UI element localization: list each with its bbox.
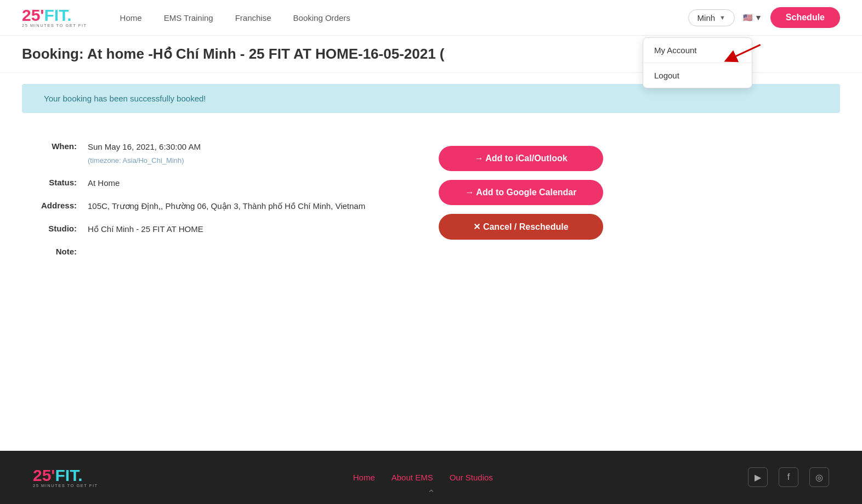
- status-label: Status:: [22, 177, 77, 190]
- nav-booking-orders[interactable]: Booking Orders: [293, 13, 350, 22]
- studio-label: Studio:: [22, 223, 77, 236]
- when-value: Sun May 16, 2021, 6:30:00 AM (timezone: …: [88, 140, 201, 167]
- dropdown-arrow: ▼: [719, 14, 725, 21]
- nav-home[interactable]: Home: [120, 13, 142, 22]
- studio-value: Hồ Chí Minh - 25 FIT AT HOME: [88, 223, 203, 236]
- user-dropdown[interactable]: Minh ▼: [688, 9, 735, 26]
- footer-nav-about-ems[interactable]: About EMS: [392, 473, 433, 482]
- footer-logo-fit: FIT.: [55, 466, 83, 484]
- scroll-up-chevron[interactable]: ⌃: [427, 488, 435, 500]
- facebook-icon[interactable]: f: [779, 467, 798, 487]
- note-label: Note:: [22, 246, 77, 256]
- add-to-ical-button[interactable]: → Add to iCal/Outlook: [439, 146, 603, 171]
- schedule-button[interactable]: Schedule: [770, 7, 840, 28]
- logo-number: 25': [22, 6, 44, 24]
- header: 25'FIT. 25 MINUTES TO GET FIT Home EMS T…: [0, 0, 862, 36]
- address-value: 105C, Trương Định,, Phường 06, Quận 3, T…: [88, 200, 365, 213]
- main-nav: Home EMS Training Franchise Booking Orde…: [120, 13, 688, 22]
- footer-nav-our-studios[interactable]: Our Studios: [450, 473, 493, 482]
- username: Minh: [697, 13, 716, 22]
- details-left: When: Sun May 16, 2021, 6:30:00 AM (time…: [22, 140, 406, 266]
- footer-logo[interactable]: 25'FIT. 25 MINUTES TO GET FIT: [33, 467, 98, 488]
- header-right: Minh ▼ 🇺🇸 ▼ Schedule My Account Logout: [688, 7, 840, 28]
- youtube-icon[interactable]: ▶: [748, 467, 768, 487]
- status-value: At Home: [88, 177, 120, 190]
- nav-franchise[interactable]: Franchise: [235, 13, 271, 22]
- when-label: When:: [22, 140, 77, 167]
- note-row: Note:: [22, 246, 406, 256]
- address-row: Address: 105C, Trương Định,, Phường 06, …: [22, 200, 406, 213]
- status-row: Status: At Home: [22, 177, 406, 190]
- footer-logo-tagline: 25 MINUTES TO GET FIT: [33, 484, 98, 488]
- when-row: When: Sun May 16, 2021, 6:30:00 AM (time…: [22, 140, 406, 167]
- flag-icon: 🇺🇸: [743, 13, 752, 22]
- svg-line-0: [730, 40, 760, 64]
- success-message: Your booking has been successfully booke…: [44, 94, 818, 103]
- add-to-google-button[interactable]: → Add to Google Calendar: [439, 180, 603, 205]
- nav-ems-training[interactable]: EMS Training: [164, 13, 213, 22]
- details-right: → Add to iCal/Outlook → Add to Google Ca…: [439, 140, 603, 266]
- footer-logo-number: 25': [33, 466, 55, 484]
- cancel-reschedule-button[interactable]: ✕ Cancel / Reschedule: [439, 214, 603, 240]
- studio-row: Studio: Hồ Chí Minh - 25 FIT AT HOME: [22, 223, 406, 236]
- timezone: (timezone: Asia/Ho_Chi_Minh): [88, 156, 184, 165]
- lang-arrow: ▼: [755, 13, 762, 22]
- logo-tagline: 25 MINUTES TO GET FIT: [22, 24, 87, 28]
- footer-nav: Home About EMS Our Studios: [353, 473, 493, 482]
- language-selector[interactable]: 🇺🇸 ▼: [743, 13, 762, 22]
- footer-nav-home[interactable]: Home: [353, 473, 375, 482]
- logo-fit: FIT.: [44, 6, 72, 24]
- booking-details: When: Sun May 16, 2021, 6:30:00 AM (time…: [0, 124, 862, 282]
- footer-social: ▶ f ◎: [748, 467, 829, 487]
- annotation-arrow: [717, 36, 767, 81]
- logo[interactable]: 25'FIT. 25 MINUTES TO GET FIT: [22, 7, 87, 28]
- instagram-icon[interactable]: ◎: [809, 467, 829, 487]
- address-label: Address:: [22, 200, 77, 213]
